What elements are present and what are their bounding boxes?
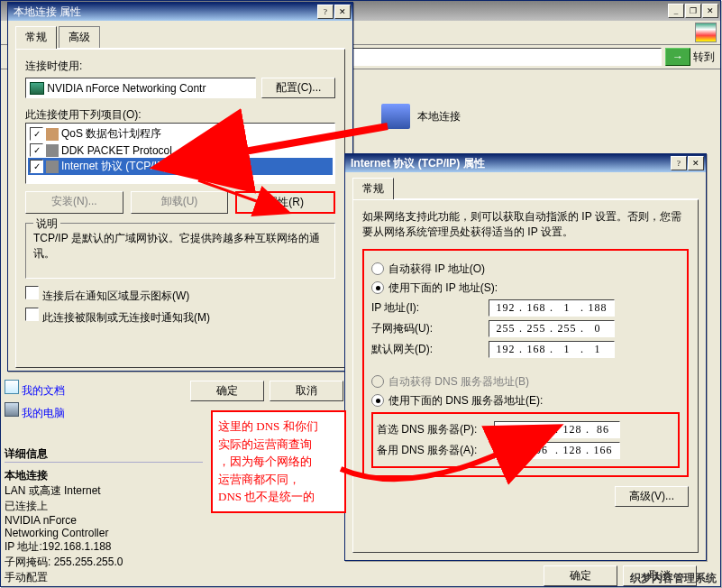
description-heading: 说明 <box>33 216 60 232</box>
my-computer-link[interactable]: 我的电脑 <box>22 407 65 419</box>
annotation-callout: 这里的 DNS 和你们 实际的运营商查询 ，因为每个网络的 运营商都不同， DN… <box>211 410 346 513</box>
connection-properties-window: 本地连接 属性 ? ✕ 常规 高级 连接时使用: NVIDIA nForce N… <box>7 2 353 372</box>
annotation-line: 这里的 DNS 和你们 <box>218 418 339 436</box>
tcpip-properties-window: Internet 协议 (TCP/IP) 属性 ? ✕ 常规 如果网络支持此功能… <box>344 153 707 561</box>
address-field[interactable] <box>349 48 662 66</box>
use-ip-label: 使用下面的 IP 地址(S): <box>388 280 498 296</box>
maximize-button[interactable]: ❐ <box>685 4 701 18</box>
use-ip-radio[interactable] <box>371 281 384 294</box>
details-conn-name: 本地连接 <box>5 468 203 483</box>
show-icon-label: 连接后在通知区域显示图标(W) <box>42 289 189 302</box>
protocol-icon <box>46 144 59 157</box>
alternate-dns-label: 备用 DNS 服务器(A): <box>377 443 494 458</box>
annotation-line: 运营商都不同， <box>218 471 339 489</box>
list-item: ✓DDK PACKET Protocol <box>28 142 333 158</box>
auto-ip-label: 自动获得 IP 地址(O) <box>388 262 485 277</box>
protocol-icon <box>46 161 59 173</box>
use-dns-radio[interactable] <box>371 394 384 407</box>
configure-button[interactable]: 配置(C)... <box>261 78 335 98</box>
notify-label: 此连接被限制或无连接时通知我(M) <box>42 311 210 324</box>
tab-general[interactable]: 常规 <box>15 26 57 49</box>
annotation-line: 实际的运营商查询 <box>218 436 339 454</box>
nic-icon <box>30 82 44 95</box>
cancel-button[interactable]: 取消 <box>270 381 343 401</box>
uninstall-button[interactable]: 卸载(U) <box>131 191 229 214</box>
close-button[interactable]: ✕ <box>702 4 718 18</box>
use-dns-label: 使用下面的 DNS 服务器地址(E): <box>388 393 543 409</box>
list-item-selected: ✓Internet 协议 (TCP/IP) <box>28 158 333 175</box>
subnet-mask-label: 子网掩码(U): <box>371 321 489 336</box>
details-conn-status: 已连接上 <box>5 499 203 514</box>
subnet-mask-field[interactable]: 255.255.255.0 <box>489 320 615 337</box>
list-item: ✓QoS 数据包计划程序 <box>28 125 333 142</box>
ip-address-label: IP 地址(I): <box>371 300 489 316</box>
alternate-dns-field[interactable]: 202.96.128.166 <box>494 442 620 459</box>
tab-advanced[interactable]: 高级 <box>59 26 100 48</box>
preferred-dns-field[interactable]: 202.96.128.86 <box>494 421 620 438</box>
show-icon-checkbox[interactable] <box>25 286 39 299</box>
close-button[interactable]: ✕ <box>334 5 351 19</box>
windows-flag-icon <box>695 23 717 42</box>
checkbox-checked[interactable]: ✓ <box>30 160 43 173</box>
components-list[interactable]: ✓QoS 数据包计划程序 ✓DDK PACKET Protocol ✓Inter… <box>25 123 335 184</box>
install-button[interactable]: 安装(N)... <box>25 191 123 214</box>
help-button[interactable]: ? <box>671 156 687 170</box>
description-text: TCP/IP 是默认的广域网协议。它提供跨越多种互联网络的通讯。 <box>33 231 327 262</box>
close-button[interactable]: ✕ <box>688 156 704 170</box>
ok-button[interactable]: 确定 <box>190 381 264 401</box>
details-nic-2: Networking Controller <box>5 527 203 539</box>
properties-button[interactable]: 属性(R) <box>235 191 335 214</box>
tcpip-tabs: 常规 <box>352 178 699 199</box>
details-mask: 子网掩码: 255.255.255.0 <box>5 555 203 570</box>
conn-prop-tabs: 常规 高级 <box>15 26 345 49</box>
tcpip-titlebar: Internet 协议 (TCP/IP) 属性 ? ✕ <box>345 154 706 172</box>
gateway-field[interactable]: 192.168.1.1 <box>489 341 615 358</box>
qos-icon <box>46 128 59 141</box>
details-ip: IP 地址:192.168.1.188 <box>5 539 203 555</box>
notify-checkbox[interactable] <box>25 308 39 321</box>
annotation-line: DNS 也不是统一的 <box>218 488 339 506</box>
connect-using-label: 连接时使用: <box>25 59 335 74</box>
connection-item[interactable]: 本地连接 <box>381 104 461 129</box>
details-heading: 详细信息 <box>5 446 203 463</box>
minimize-button[interactable]: _ <box>668 4 684 18</box>
auto-dns-radio <box>371 375 384 388</box>
connection-item-label: 本地连接 <box>417 109 461 124</box>
ok-button[interactable]: 确定 <box>544 565 617 586</box>
conn-prop-title: 本地连接 属性 <box>10 5 317 20</box>
go-label: 转到 <box>693 50 715 65</box>
network-connection-icon <box>381 104 410 129</box>
details-nic-1: NVIDIA nForce <box>5 514 203 527</box>
details-conn-type: LAN 或高速 Internet <box>5 483 203 499</box>
tab-general[interactable]: 常规 <box>352 178 394 199</box>
details-cfg: 手动配置 <box>5 570 203 585</box>
conn-prop-titlebar: 本地连接 属性 ? ✕ <box>8 3 352 21</box>
advanced-button[interactable]: 高级(V)... <box>615 486 689 507</box>
go-button[interactable]: → <box>665 48 690 66</box>
ip-address-field[interactable]: 192.168.1.188 <box>489 299 615 317</box>
tcpip-intro: 如果网络支持此功能，则可以获取自动指派的 IP 设置。否则，您需要从网络系统管理… <box>362 209 689 240</box>
help-button[interactable]: ? <box>317 5 334 19</box>
sidebar: 我的文档 我的电脑 详细信息 本地连接 LAN 或高速 Internet 已连接… <box>5 378 203 585</box>
checkbox-checked[interactable]: ✓ <box>30 127 43 141</box>
checkbox-checked[interactable]: ✓ <box>30 143 43 157</box>
nic-name: NVIDIA nForce Networking Contr <box>47 82 206 95</box>
gateway-label: 默认网关(D): <box>371 342 489 357</box>
tcpip-title: Internet 协议 (TCP/IP) 属性 <box>347 156 671 171</box>
auto-dns-label: 自动获得 DNS 服务器地址(B) <box>388 374 529 390</box>
preferred-dns-label: 首选 DNS 服务器(P): <box>377 422 494 437</box>
annotation-line: ，因为每个网络的 <box>218 453 339 471</box>
auto-ip-radio[interactable] <box>371 262 384 275</box>
items-label: 此连接使用下列项目(O): <box>25 107 335 123</box>
nic-field: NVIDIA nForce Networking Contr <box>25 78 256 98</box>
watermark: 织梦内容管理系统 <box>630 571 717 586</box>
